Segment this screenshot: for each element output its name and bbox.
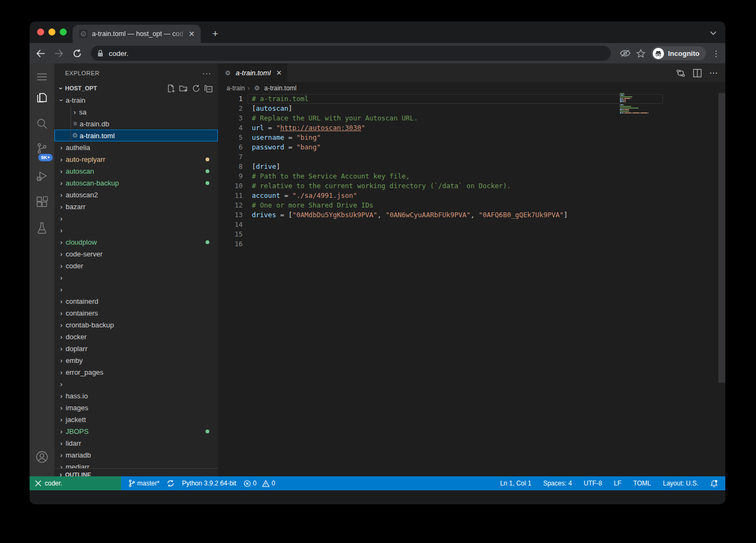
tree-item-hass.io[interactable]: ›hass.io bbox=[54, 390, 218, 402]
line-number: 7 bbox=[218, 152, 243, 162]
breadcrumb-folder[interactable]: a-train bbox=[227, 84, 245, 92]
tree-item-hidden[interactable]: › bbox=[54, 224, 218, 236]
problems-status[interactable]: 0 0 bbox=[244, 480, 275, 487]
code-line-12[interactable]: 12# One or more Shared Drive IDs bbox=[218, 201, 725, 210]
extensions-icon[interactable] bbox=[30, 191, 54, 213]
tree-item-doplarr[interactable]: ›doplarr bbox=[54, 342, 218, 354]
minimize-window-button[interactable] bbox=[48, 28, 55, 35]
source-control-icon[interactable]: 9K+ bbox=[30, 138, 54, 159]
minimap[interactable] bbox=[620, 93, 663, 119]
close-window-button[interactable] bbox=[37, 28, 44, 35]
tree-item-JBOPS[interactable]: ›JBOPS bbox=[54, 425, 218, 437]
indentation-status[interactable]: Spaces: 4 bbox=[543, 480, 571, 487]
eye-off-icon[interactable] bbox=[620, 49, 631, 58]
code-line-11[interactable]: 11account = "./sa/4991.json" bbox=[218, 191, 725, 201]
bookmark-star-icon[interactable] bbox=[636, 49, 646, 58]
code-line-10[interactable]: 10# relative to the current working dire… bbox=[218, 181, 725, 191]
tree-item-error_pages[interactable]: ›error_pages bbox=[54, 366, 218, 378]
new-file-icon[interactable] bbox=[167, 84, 175, 92]
tree-item-hidden[interactable]: › bbox=[54, 212, 218, 224]
python-interpreter-status[interactable]: Python 3.9.2 64-bit bbox=[182, 480, 236, 487]
language-mode-status[interactable]: TOML bbox=[633, 480, 651, 487]
open-changes-icon[interactable] bbox=[676, 69, 686, 77]
tree-item-autoscan[interactable]: ›autoscan bbox=[54, 165, 218, 177]
tree-item-mediarr[interactable]: ›mediarr bbox=[54, 461, 218, 468]
tree-item-emby[interactable]: ›emby bbox=[54, 354, 218, 366]
code-line-16[interactable]: 16 bbox=[218, 239, 725, 249]
tree-item-code-server[interactable]: ›code-server bbox=[54, 248, 218, 260]
search-icon[interactable] bbox=[30, 113, 54, 134]
code-line-7[interactable]: 7 bbox=[218, 152, 725, 162]
tree-item-a-train.db[interactable]: ≡a-train.db bbox=[54, 118, 218, 130]
new-folder-icon[interactable] bbox=[179, 84, 188, 92]
tree-item-a-train[interactable]: ›a-train bbox=[54, 94, 218, 106]
tree-item-containers[interactable]: ›containers bbox=[54, 307, 218, 319]
refresh-icon[interactable] bbox=[192, 84, 200, 92]
tab-search-chevron-icon[interactable] bbox=[710, 28, 717, 38]
code-line-15[interactable]: 15 bbox=[218, 230, 725, 239]
sync-icon[interactable] bbox=[167, 480, 174, 487]
tree-item-docker[interactable]: ›docker bbox=[54, 331, 218, 342]
editor-tab-close-icon[interactable]: ✕ bbox=[274, 69, 282, 77]
tree-item-hidden[interactable]: › bbox=[54, 272, 218, 283]
git-branch-status[interactable]: master* bbox=[129, 480, 159, 487]
code-line-9[interactable]: 9# Path to the Service Account key file, bbox=[218, 172, 725, 181]
tree-item-containerd[interactable]: ›containerd bbox=[54, 295, 218, 307]
tree-item-images[interactable]: ›images bbox=[54, 402, 218, 413]
tree-item-auto-replyarr[interactable]: ›auto-replyarr bbox=[54, 153, 218, 165]
editor-scrollbar[interactable] bbox=[718, 93, 725, 383]
tree-item-jackett[interactable]: ›jackett bbox=[54, 413, 218, 425]
new-tab-button[interactable]: + bbox=[208, 27, 222, 41]
menu-icon[interactable] bbox=[30, 66, 54, 88]
tree-item-label: containers bbox=[66, 309, 98, 317]
tree-item-autoscan-backup[interactable]: ›autoscan-backup bbox=[54, 177, 218, 189]
tree-item-bazarr[interactable]: ›bazarr bbox=[54, 201, 218, 212]
tree-item-lidarr[interactable]: ›lidarr bbox=[54, 437, 218, 449]
reload-button[interactable] bbox=[69, 46, 84, 61]
tree-item-autoscan2[interactable]: ›autoscan2 bbox=[54, 189, 218, 201]
testing-beaker-icon[interactable] bbox=[30, 217, 54, 239]
split-editor-icon[interactable] bbox=[693, 69, 702, 77]
browser-tab[interactable]: a-train.toml — host_opt — cod ✕ bbox=[73, 25, 201, 43]
notifications-bell-icon[interactable] bbox=[710, 480, 718, 488]
explorer-more-actions-icon[interactable]: ··· bbox=[202, 69, 211, 77]
code-line-5[interactable]: 5username = "bing" bbox=[218, 133, 725, 142]
remote-indicator[interactable]: coder. bbox=[30, 476, 121, 490]
tree-item-hidden[interactable]: › bbox=[54, 283, 218, 295]
code-line-4[interactable]: 4url = "http://autoscan:3030" bbox=[218, 123, 725, 133]
tree-item-authelia[interactable]: ›authelia bbox=[54, 141, 218, 153]
toml-gear-icon: ⚙ bbox=[70, 132, 80, 139]
eol-status[interactable]: LF bbox=[614, 480, 621, 487]
encoding-status[interactable]: UTF-8 bbox=[584, 480, 602, 487]
workspace-section-header[interactable]: › HOST_OPT bbox=[54, 82, 218, 94]
tree-item-crontab-backup[interactable]: ›crontab-backup bbox=[54, 319, 218, 331]
collapse-all-icon[interactable] bbox=[204, 84, 213, 92]
explorer-icon[interactable] bbox=[30, 87, 54, 109]
code-line-13[interactable]: 13drives = ["0AMdbDu5YgKbsUk9PVA", "0AN6… bbox=[218, 210, 725, 220]
back-button[interactable] bbox=[33, 46, 48, 61]
tree-item-coder[interactable]: ›coder bbox=[54, 260, 218, 272]
account-icon[interactable] bbox=[30, 446, 54, 468]
code-line-6[interactable]: 6password = "bang" bbox=[218, 142, 725, 152]
code-line-14[interactable]: 14 bbox=[218, 220, 725, 230]
editor-tab-a-train-toml[interactable]: ⚙ a-train.toml ✕ bbox=[218, 63, 287, 82]
breadcrumb[interactable]: a-train › ⚙ a-train.toml bbox=[218, 82, 725, 94]
keyboard-layout-status[interactable]: Layout: U.S. bbox=[663, 480, 698, 487]
address-bar[interactable]: coder. bbox=[91, 46, 611, 61]
tab-close-icon[interactable]: ✕ bbox=[187, 29, 196, 39]
explorer-sidebar: EXPLORER ··· › HOST_OPT ›a-train›sa≡a-tr… bbox=[54, 63, 218, 490]
tree-item-mariadb[interactable]: ›mariadb bbox=[54, 449, 218, 461]
forward-button[interactable] bbox=[51, 46, 66, 61]
editor-more-actions-icon[interactable]: ⋯ bbox=[709, 68, 718, 78]
tree-item-hidden[interactable]: › bbox=[54, 378, 218, 390]
run-debug-icon[interactable] bbox=[30, 166, 54, 187]
tree-item-cloudplow[interactable]: ›cloudplow bbox=[54, 236, 218, 248]
cursor-position-status[interactable]: Ln 1, Col 1 bbox=[500, 480, 531, 487]
code-area[interactable]: 1# a-train.toml2[autoscan]3# Replace the… bbox=[218, 94, 725, 490]
code-line-8[interactable]: 8[drive] bbox=[218, 162, 725, 172]
breadcrumb-file[interactable]: a-train.toml bbox=[264, 84, 296, 92]
tree-item-a-train.toml[interactable]: ⚙a-train.toml bbox=[54, 130, 218, 141]
tree-item-sa[interactable]: ›sa bbox=[54, 106, 218, 118]
browser-menu-button[interactable]: ⋮ bbox=[711, 52, 721, 55]
maximize-window-button[interactable] bbox=[60, 28, 67, 35]
